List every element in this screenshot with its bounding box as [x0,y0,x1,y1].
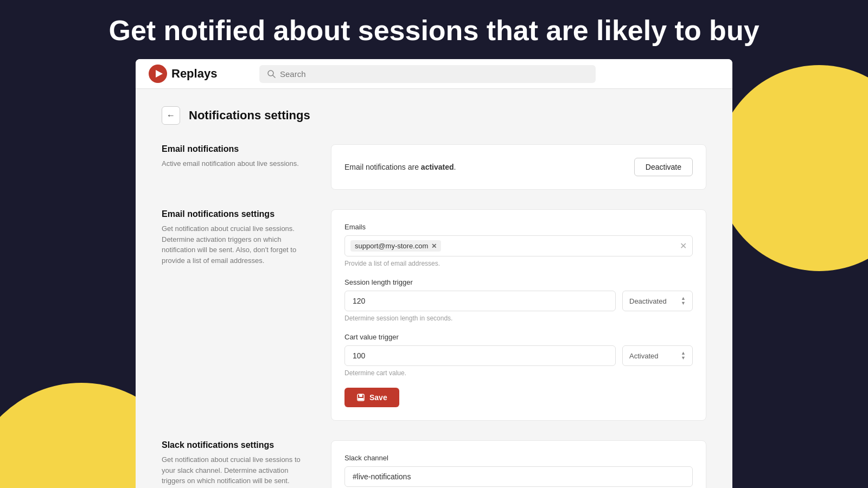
deactivate-button[interactable]: Deactivate [634,158,693,176]
email-settings-desc: Get notification about crucial live sess… [162,223,314,266]
session-trigger-select[interactable]: Deactivated ▲▼ [622,291,693,311]
email-notifications-title: Email notifications [162,144,314,154]
page-content: ← Notifications settings Email notificat… [136,89,732,488]
app-window: Replays ← Notifications settings Email n… [136,59,732,488]
slack-channel-label: Slack channel [344,454,693,462]
svg-line-3 [273,75,275,78]
cart-trigger-status: Activated [629,352,658,360]
cart-trigger-input[interactable] [344,345,616,366]
select-arrows-session: ▲▼ [681,296,686,306]
page-header: ← Notifications settings [162,106,706,125]
session-trigger-status: Deactivated [629,297,667,305]
slack-settings-desc: Get notification about crucial live sess… [162,454,314,486]
status-prefix: Email notifications are [344,163,421,171]
save-button[interactable]: Save [344,388,399,407]
email-settings-label: Email notifications settings Get notific… [162,209,314,421]
bg-decoration-right [716,65,868,271]
email-status-row: Email notifications are activated. Deact… [344,158,693,176]
page-title: Notifications settings [189,108,310,123]
slack-settings-card: Slack channel Session length trigger [331,440,706,488]
session-trigger-label: Session length trigger [344,278,693,286]
slack-channel-input[interactable] [344,466,693,487]
cart-trigger-group: Cart value trigger Activated ▲▼ Determin… [344,333,693,377]
email-tag-remove[interactable]: ✕ [431,242,437,250]
email-notifications-card: Email notifications are activated. Deact… [331,144,706,190]
cart-trigger-select[interactable]: Activated ▲▼ [622,345,693,366]
hero-title: Get notified about sessions that are lik… [0,0,868,59]
email-notifications-section: Email notifications Active email notific… [162,144,706,190]
email-settings-card: Emails support@my-store.com ✕ ✕ Provide … [331,209,706,421]
email-tag-value: support@my-store.com [355,242,428,250]
slack-settings-label: Slack notifications settings Get notific… [162,440,314,488]
cart-trigger-row: Activated ▲▼ [344,345,693,366]
search-bar[interactable] [259,65,596,83]
cart-trigger-label: Cart value trigger [344,333,693,341]
svg-rect-5 [359,394,362,397]
save-label: Save [369,393,387,402]
status-suffix: . [454,163,456,171]
app-header: Replays [136,59,732,89]
email-hint: Provide a list of email addresses. [344,260,693,267]
session-trigger-row: Deactivated ▲▼ [344,291,693,311]
slack-settings-section: Slack notifications settings Get notific… [162,440,706,488]
session-trigger-input[interactable] [344,291,616,311]
svg-rect-6 [358,398,363,400]
logo-text: Replays [171,67,217,81]
email-tags-input[interactable]: support@my-store.com ✕ ✕ [344,235,693,256]
emails-label: Emails [344,223,693,231]
search-input[interactable] [280,69,588,79]
email-notifications-desc: Active email notification about live ses… [162,158,314,169]
email-settings-section: Email notifications settings Get notific… [162,209,706,421]
email-notifications-label: Email notifications Active email notific… [162,144,314,190]
email-status-text: Email notifications are activated. [344,163,456,171]
cart-hint: Determine cart value. [344,369,693,377]
select-arrows-cart: ▲▼ [681,351,686,361]
status-value: activated [421,163,454,171]
session-trigger-group: Session length trigger Deactivated ▲▼ De… [344,278,693,322]
slack-channel-group: Slack channel [344,454,693,487]
email-clear-icon[interactable]: ✕ [680,241,687,251]
back-button[interactable]: ← [162,106,180,125]
save-icon [356,393,365,402]
email-settings-title: Email notifications settings [162,209,314,219]
logo-area: Replays [149,65,246,83]
emails-group: Emails support@my-store.com ✕ ✕ Provide … [344,223,693,267]
email-tag: support@my-store.com ✕ [350,240,441,252]
slack-settings-title: Slack notifications settings [162,440,314,450]
logo-icon [149,65,167,83]
search-icon [267,69,276,78]
session-hint: Determine session length in seconds. [344,314,693,322]
